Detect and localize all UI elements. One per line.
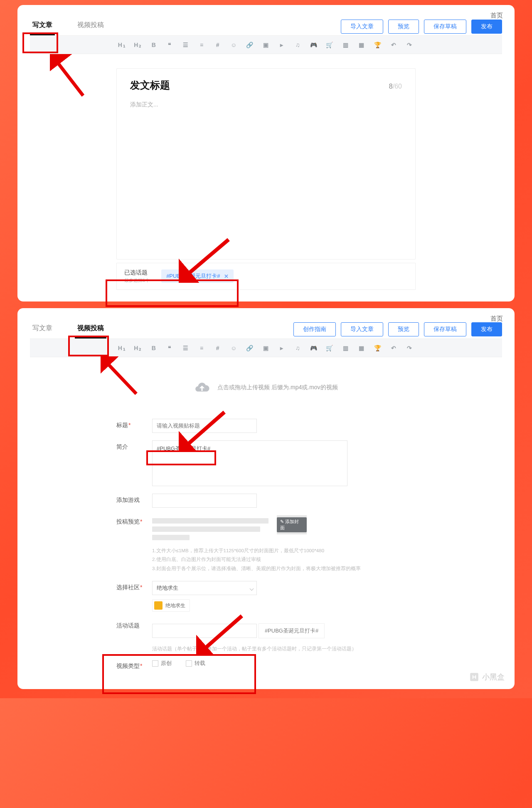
preview-button[interactable]: 预览	[388, 20, 419, 34]
music-icon[interactable]: ♫	[293, 344, 303, 352]
list-ul-icon[interactable]: ☰	[182, 344, 191, 352]
community-label: 选择社区*	[116, 581, 152, 591]
cover-thumb[interactable]: ✎ 添加封面	[277, 515, 307, 534]
home-link[interactable]: 首页	[490, 12, 503, 20]
emoji-icon[interactable]: ☺	[229, 41, 239, 49]
game-icon[interactable]: 🎮	[309, 41, 318, 49]
video-type-label: 视频类型*	[116, 660, 152, 670]
intro-tag: #PUBG圣诞元旦打卡#	[157, 445, 210, 452]
quote-icon[interactable]: ❝	[165, 41, 175, 49]
watermark-icon	[469, 672, 480, 682]
intro-textarea[interactable]: #PUBG圣诞元旦打卡#	[152, 440, 347, 486]
svg-line-0	[55, 59, 83, 96]
tab-video[interactable]: 视频投稿	[75, 321, 106, 339]
trophy-icon[interactable]: 🏆	[373, 344, 382, 352]
emoji-icon[interactable]: ☺	[229, 344, 239, 352]
hash-icon[interactable]: #	[214, 344, 223, 352]
video-panel: 首页 写文章 视频投稿 创作指南 导入文章 预览 保存草稿 发布 H₁ H₂ B…	[17, 308, 515, 689]
h2-icon[interactable]: H₂	[133, 41, 143, 49]
film-icon[interactable]: ▦	[357, 344, 367, 352]
event-topic-chip[interactable]: #PUBG圣诞元旦打卡#	[259, 623, 325, 638]
save-draft-button[interactable]: 保存草稿	[424, 322, 466, 336]
title-input[interactable]: 发文标题	[130, 79, 389, 92]
type-original-checkbox[interactable]: 原创	[152, 660, 172, 667]
game-icon[interactable]: 🎮	[309, 344, 318, 352]
undo-icon[interactable]: ↶	[389, 41, 399, 49]
video-form: 点击或拖动上传视频 后缀为.mp4或.mov的视频 标题* 简介 #PUBG圣诞…	[116, 367, 416, 670]
event-topic-input[interactable]	[152, 624, 257, 638]
cart-icon[interactable]: 🛒	[325, 344, 335, 352]
list-ol-icon[interactable]: ≡	[197, 41, 207, 49]
hash-icon[interactable]: #	[214, 41, 223, 49]
annotation-arrow-icon	[50, 54, 87, 100]
h2-icon[interactable]: H₂	[133, 344, 143, 352]
list-ul-icon[interactable]: ☰	[182, 41, 191, 49]
type-repost-checkbox[interactable]: 转载	[186, 660, 205, 667]
community-select[interactable]: 绝地求生	[152, 581, 257, 595]
publish-button[interactable]: 发布	[471, 20, 502, 34]
redo-icon[interactable]: ↷	[405, 344, 414, 352]
title-char-count: 8/60	[389, 83, 402, 90]
topic-label: 已选话题	[124, 269, 150, 277]
home-link[interactable]: 首页	[490, 315, 503, 323]
list-ol-icon[interactable]: ≡	[197, 344, 207, 352]
publish-button[interactable]: 发布	[471, 322, 502, 336]
tab-article[interactable]: 写文章	[30, 17, 55, 35]
watermark: 小黑盒	[469, 672, 505, 682]
preview-skeleton	[152, 515, 268, 543]
video-icon[interactable]: ▸	[277, 344, 286, 352]
event-topic-hint: 活动话题（单个帖子仅可参加一个活动，帖子里有多个活动话题时，只记录第一个活动话题…	[152, 646, 416, 652]
music-icon[interactable]: ♫	[293, 41, 303, 49]
import-button[interactable]: 导入文章	[341, 322, 383, 336]
quote-icon[interactable]: ❝	[165, 344, 175, 352]
add-cover-button[interactable]: ✎ 添加封面	[277, 517, 307, 532]
redo-icon[interactable]: ↷	[405, 41, 414, 49]
image-icon[interactable]: ▣	[261, 344, 271, 352]
video-icon[interactable]: ▸	[277, 41, 286, 49]
link-icon[interactable]: 🔗	[246, 41, 255, 49]
tabs: 写文章 视频投稿 导入文章 预览 保存草稿 发布	[30, 13, 502, 36]
cloud-upload-icon	[194, 380, 210, 395]
library-icon[interactable]: ▥	[341, 41, 350, 49]
editor-toolbar: H₁ H₂ B ❝ ☰ ≡ # ☺ 🔗 ▣ ▸ ♫ 🎮 🛒 ▥ ▦ 🏆 ↶ ↷	[30, 36, 502, 54]
upload-area[interactable]: 点击或拖动上传视频 后缀为.mp4或.mov的视频	[116, 367, 416, 411]
tabs: 写文章 视频投稿 创作指南 导入文章 预览 保存草稿 发布	[30, 316, 502, 339]
upload-text: 点击或拖动上传视频 后缀为.mp4或.mov的视频	[217, 383, 337, 390]
trophy-icon[interactable]: 🏆	[373, 41, 382, 49]
title-label: 标题*	[116, 419, 152, 429]
editor: 发文标题 8/60 添加正文...	[116, 68, 416, 259]
film-icon[interactable]: ▦	[357, 41, 367, 49]
import-button[interactable]: 导入文章	[341, 20, 383, 34]
tab-video[interactable]: 视频投稿	[75, 17, 106, 35]
add-game-label: 添加游戏	[116, 494, 152, 504]
topic-sublabel: 最多选择5个	[124, 277, 150, 284]
library-icon[interactable]: ▥	[341, 344, 350, 352]
h1-icon[interactable]: H₁	[118, 344, 127, 352]
community-icon	[154, 601, 163, 610]
editor-toolbar: H₁ H₂ B ❝ ☰ ≡ # ☺ 🔗 ▣ ▸ ♫ 🎮 🛒 ▥ ▦ 🏆 ↶ ↷	[30, 339, 502, 357]
link-icon[interactable]: 🔗	[246, 344, 255, 352]
intro-label: 简介	[116, 440, 152, 451]
bold-icon[interactable]: B	[150, 344, 159, 352]
tab-article[interactable]: 写文章	[30, 321, 55, 339]
image-icon[interactable]: ▣	[261, 41, 271, 49]
preview-label: 投稿预览*	[116, 515, 152, 526]
h1-icon[interactable]: H₁	[118, 41, 127, 49]
preview-button[interactable]: 预览	[388, 322, 419, 336]
video-title-input[interactable]	[152, 419, 257, 433]
event-topic-label: 活动话题	[116, 619, 152, 630]
guide-button[interactable]: 创作指南	[293, 322, 336, 336]
body-placeholder[interactable]: 添加正文...	[130, 101, 402, 251]
cover-tips: 1.文件大小≤1MB，推荐上传大于1125*600尺寸的封面图片，最低尺寸100…	[152, 546, 416, 574]
undo-icon[interactable]: ↶	[389, 344, 399, 352]
selected-topics: 已选话题 最多选择5个 #PUBG圣诞元旦打卡# ✕	[116, 263, 416, 290]
topic-chip-text: #PUBG圣诞元旦打卡#	[166, 272, 220, 280]
article-panel: 首页 写文章 视频投稿 导入文章 预览 保存草稿 发布 H₁ H₂ B ❝ ☰ …	[17, 5, 515, 301]
cart-icon[interactable]: 🛒	[325, 41, 335, 49]
remove-topic-icon[interactable]: ✕	[224, 273, 229, 279]
topic-chip[interactable]: #PUBG圣诞元旦打卡# ✕	[161, 269, 234, 283]
add-game-input[interactable]	[152, 494, 257, 508]
community-chip[interactable]: 绝地求生	[152, 599, 190, 612]
save-draft-button[interactable]: 保存草稿	[424, 20, 466, 34]
bold-icon[interactable]: B	[150, 41, 159, 49]
